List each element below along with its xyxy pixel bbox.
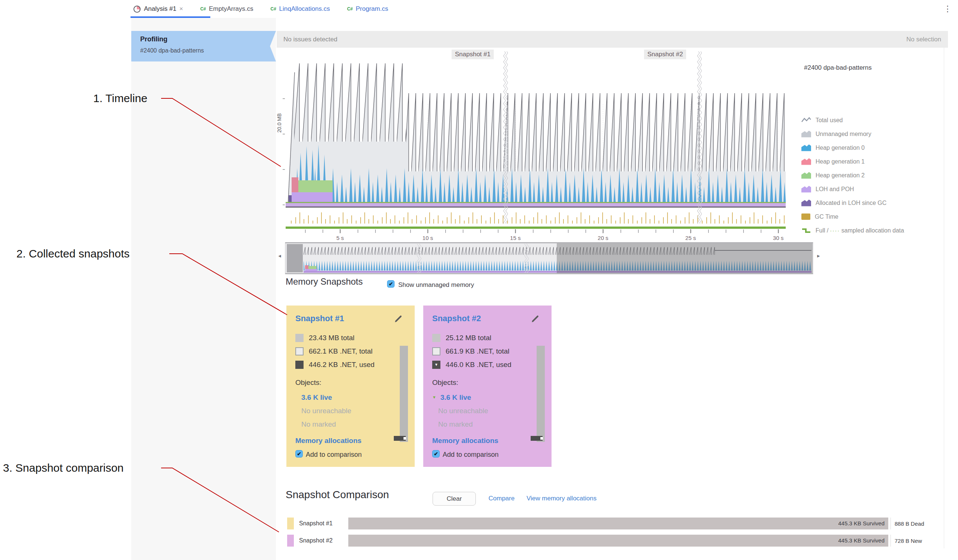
net-used-decrease-icon: ▼: [432, 361, 440, 369]
snapshot2-flag: Snapshot #2: [644, 49, 686, 59]
snapshot1-card-title[interactable]: Snapshot #1: [295, 314, 344, 323]
y-axis-label: 20.0 MB: [277, 113, 282, 133]
show-unmanaged-checkbox[interactable]: ✔: [387, 280, 395, 288]
kebab-menu-icon[interactable]: ⋮: [944, 4, 952, 14]
area-icon: [801, 186, 811, 193]
clear-button[interactable]: Clear: [433, 492, 476, 506]
legend-item-alloc-loh: Allocated in LOH since GC: [801, 196, 904, 210]
objects-label: Objects:: [295, 378, 322, 387]
tab-program-label: Program.cs: [356, 5, 388, 13]
add-to-comparison-checkbox[interactable]: ✔: [432, 450, 440, 457]
tab-linqallocations[interactable]: C# LinqAllocations.cs: [270, 5, 330, 13]
snapshot2-card: Snapshot #2 25.12 MB total 661.9 KB .NET…: [423, 305, 552, 467]
survived-bar: 445.3 KB Survived: [348, 517, 888, 530]
snapshot1-flag: Snapshot #1: [452, 49, 494, 59]
tab-analysis[interactable]: Analysis #1 ×: [133, 5, 183, 13]
navigator-shaded-region[interactable]: [557, 243, 812, 273]
unreachable-label: No unreachable: [301, 407, 351, 415]
legend-item-allocation-data: Full /····sampled allocation data: [801, 223, 904, 237]
annotation-comparison: 3. Snapshot comparison: [3, 462, 124, 474]
delta-value: 728 B New: [895, 538, 922, 544]
x-tick-15s: 15 s: [510, 235, 520, 241]
legend-list: Total used Unmanaged memory Heap generat…: [801, 113, 904, 237]
profiling-title: Profiling: [140, 35, 167, 43]
legend-item-gc-time: GC Time: [801, 210, 904, 223]
total-swatch-icon: [432, 334, 440, 342]
timeline-navigator[interactable]: ◄ ►: [277, 242, 822, 275]
memory-allocations-link[interactable]: Memory allocations: [432, 437, 498, 445]
close-icon[interactable]: ×: [179, 5, 183, 13]
profiler-window: Analysis #1 × C# EmptyArrays.cs C# LinqA…: [0, 0, 958, 560]
issues-bar: No issues detected No selection: [277, 31, 948, 48]
tab-bar: Analysis #1 × C# EmptyArrays.cs C# LinqA…: [133, 0, 388, 18]
comparison-row-snapshot1: Snapshot #1 445.3 KB Survived 888 B Dead: [287, 517, 924, 530]
delta-value: 888 B Dead: [895, 520, 924, 527]
stat-total: 25.12 MB total: [432, 334, 492, 342]
selection-status: No selection: [906, 36, 941, 43]
stat-net-used: 446.2 KB .NET, used: [295, 361, 374, 369]
timeline-chart[interactable]: 5 s 10 s 15 s 20 s 25 s 30 s 20.0 MB Sna…: [277, 48, 810, 247]
snapshot2-card-title[interactable]: Snapshot #2: [432, 314, 481, 323]
snapshot1-card: Snapshot #1 23.43 MB total 662.1 KB .NET…: [286, 305, 415, 467]
live-objects-link[interactable]: 3.6 K live: [301, 394, 332, 402]
x-tick-10s: 10 s: [422, 235, 433, 241]
annotation-snapshots: 2. Collected snapshots: [16, 247, 130, 260]
stat-net-used: ▼ 446.0 KB .NET, used: [432, 361, 511, 369]
tab-analysis-label: Analysis #1: [144, 5, 176, 13]
live-objects-link[interactable]: 3.6 K live: [440, 394, 471, 402]
legend-item-unmanaged: Unmanaged memory: [801, 127, 904, 141]
area-icon: [801, 158, 811, 165]
tab-emptyarrays[interactable]: C# EmptyArrays.cs: [200, 5, 253, 13]
legend-item-gen0: Heap generation 0: [801, 141, 904, 155]
net-used-bar-notch: [403, 437, 406, 440]
x-tick-25s: 25 s: [685, 235, 696, 241]
profiling-subtitle: #2400 dpa-bad-patterns: [140, 47, 204, 54]
x-tick-20s: 20 s: [598, 235, 608, 241]
area-icon: [801, 145, 811, 151]
comparison-row-name: Snapshot #2: [299, 537, 348, 544]
snapshot2-color-chip: [287, 535, 294, 547]
unreachable-label: No unreachable: [438, 407, 488, 415]
memory-allocations-link[interactable]: Memory allocations: [295, 437, 362, 445]
marked-label: No marked: [301, 420, 336, 429]
profiler-pie-icon: [133, 6, 141, 13]
analysis-id-title: #2400 dpa-bad-patterns: [804, 64, 871, 71]
csharp-icon: C#: [200, 6, 206, 11]
objects-label: Objects:: [432, 378, 458, 387]
legend-item-loh-poh: LOH and POH: [801, 182, 904, 196]
snapshot2-marker: [697, 51, 702, 223]
add-to-comparison-label: Add to comparison: [306, 451, 362, 459]
line-icon: [801, 117, 811, 124]
sampled-dots-icon: ····: [830, 228, 840, 234]
right-divider: [944, 48, 944, 549]
snapshot1-marker: [503, 51, 508, 223]
navigator-track[interactable]: [277, 242, 822, 275]
area-icon: [801, 200, 811, 206]
csharp-icon: C#: [270, 6, 276, 11]
decrease-triangle-icon: ▼: [432, 395, 436, 399]
snapshot1-color-chip: [287, 517, 294, 530]
compare-link[interactable]: Compare: [489, 495, 515, 502]
step-line-icon: [801, 227, 811, 234]
add-to-comparison-label: Add to comparison: [443, 451, 498, 459]
csharp-icon: C#: [347, 6, 353, 11]
marked-label: No marked: [438, 420, 473, 429]
view-memory-allocations-link[interactable]: View memory allocations: [527, 495, 596, 502]
legend-item-gen2: Heap generation 2: [801, 168, 904, 182]
tab-linqallocations-label: LinqAllocations.cs: [279, 5, 330, 13]
net-total-swatch-icon: [432, 347, 440, 356]
x-tick-5s: 5 s: [336, 235, 344, 241]
snapshot-comparison-title: Snapshot Comparison: [285, 489, 389, 501]
comparison-row-name: Snapshot #1: [299, 520, 348, 527]
edit-pencil-icon[interactable]: [531, 314, 540, 323]
area-icon: [801, 172, 811, 179]
stat-net-total: 662.1 KB .NET, total: [295, 347, 373, 356]
tab-program[interactable]: C# Program.cs: [347, 5, 388, 13]
add-to-comparison-checkbox[interactable]: ✔: [295, 450, 303, 457]
show-unmanaged-label: Show unmanaged memory: [398, 281, 474, 289]
memory-snapshots-title: Memory Snapshots: [285, 277, 363, 287]
edit-pencil-icon[interactable]: [394, 314, 403, 323]
comparison-row-snapshot2: Snapshot #2 445.3 KB Survived 728 B New: [287, 535, 922, 547]
stat-net-total: 661.9 KB .NET, total: [432, 347, 509, 356]
sidebar-item-profiling[interactable]: Profiling #2400 dpa-bad-patterns: [131, 31, 276, 62]
